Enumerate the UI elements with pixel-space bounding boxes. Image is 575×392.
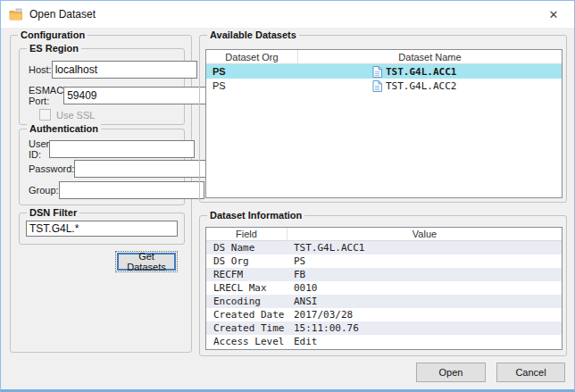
group-label: Group: [29, 185, 59, 196]
info-field-cell: DS Org [206, 255, 287, 267]
document-icon [372, 80, 382, 92]
info-value-cell: FB [287, 269, 562, 280]
authentication-group: Authentication User ID: Password: Group: [19, 129, 185, 205]
cancel-button[interactable]: Cancel [496, 363, 565, 382]
authentication-group-label: Authentication [27, 123, 101, 134]
host-input[interactable] [52, 61, 197, 79]
info-field-cell: Created Date [206, 309, 287, 321]
info-row: EncodingANSI [206, 295, 562, 308]
dataset-name-text: TST.G4L.ACC1 [386, 66, 456, 78]
available-datasets-group: Available Datasets Dataset Org Dataset N… [199, 35, 567, 203]
info-row: RECFMFB [206, 268, 562, 281]
es-region-group-label: ES Region [27, 43, 81, 54]
available-datasets-group-label: Available Datasets [207, 29, 299, 40]
dsn-filter-input[interactable] [26, 221, 178, 237]
dataset-information-table-header: Field Value [206, 228, 562, 241]
info-row: LRECL Max0010 [206, 281, 562, 295]
password-input[interactable] [74, 160, 220, 178]
info-value-cell: PS [287, 255, 562, 267]
info-value-cell: ANSI [287, 296, 562, 307]
dataset-name-cell[interactable]: TST.G4L.ACC2 [297, 80, 562, 92]
available-datasets-list-header[interactable]: Dataset Org Dataset Name [206, 50, 562, 64]
info-row: Created Date2017/03/28 [206, 308, 562, 321]
info-row: Created Time15:11:00.76 [206, 321, 562, 335]
dsn-filter-group: DSN Filter [19, 213, 185, 245]
dataset-information-group-label: Dataset Information [207, 210, 304, 221]
dataset-name-cell[interactable]: TST.G4L.ACC1 [297, 66, 562, 78]
dataset-information-table-body: DS NameTST.G4L.ACC1DS OrgPSRECFMFBLRECL … [206, 241, 562, 348]
dataset-org-cell[interactable]: PS [206, 66, 297, 77]
info-row: Access LevelEdit [206, 335, 562, 348]
open-dataset-dialog: Open Dataset ✕ Configuration ES Region H… [0, 0, 575, 392]
dataset-org-cell[interactable]: PS [206, 80, 297, 91]
available-datasets-list-body: PSTST.G4L.ACC1PSTST.G4L.ACC2 [206, 64, 562, 93]
host-label: Host: [29, 64, 52, 75]
titlebar: Open Dataset ✕ [1, 1, 574, 28]
document-icon [372, 66, 382, 78]
info-field-cell: LRECL Max [206, 282, 287, 294]
info-row: DS OrgPS [206, 254, 562, 268]
user-id-input[interactable] [49, 140, 195, 158]
info-field-cell: DS Name [206, 242, 287, 254]
info-row: DS NameTST.G4L.ACC1 [206, 241, 562, 254]
column-header-dataset-org[interactable]: Dataset Org [206, 50, 297, 63]
use-ssl-label: Use SSL [56, 110, 95, 121]
checkbox-icon [39, 109, 51, 121]
available-datasets-list[interactable]: Dataset Org Dataset Name PSTST.G4L.ACC1P… [205, 49, 562, 198]
info-value-cell: 0010 [287, 282, 562, 294]
window-title: Open Dataset [29, 8, 96, 21]
dataset-name-text: TST.G4L.ACC2 [386, 80, 456, 92]
column-header-value: Value [287, 228, 562, 240]
get-datasets-button[interactable]: Get Datasets [117, 253, 176, 271]
configuration-group-label: Configuration [18, 29, 88, 40]
column-header-dataset-name[interactable]: Dataset Name [297, 50, 562, 63]
dataset-row[interactable]: PSTST.G4L.ACC2 [206, 79, 562, 93]
group-input[interactable] [59, 181, 204, 199]
close-icon[interactable]: ✕ [533, 1, 574, 28]
password-label: Password: [29, 163, 74, 174]
dataset-information-group: Dataset Information Field Value DS NameT… [199, 215, 567, 356]
dataset-folder-icon [9, 7, 23, 21]
dataset-row[interactable]: PSTST.G4L.ACC1 [206, 64, 562, 79]
info-value-cell: 15:11:00.76 [287, 322, 562, 334]
user-id-label: User ID: [29, 138, 49, 160]
column-header-field: Field [206, 228, 287, 240]
configuration-group: Configuration ES Region Host: ESMAC Port… [10, 35, 192, 353]
info-field-cell: Access Level [206, 336, 287, 347]
esmac-port-label: ESMAC Port: [29, 85, 63, 106]
info-value-cell: 2017/03/28 [287, 309, 562, 321]
info-field-cell: Created Time [206, 322, 287, 334]
open-button[interactable]: Open [416, 363, 486, 382]
use-ssl-checkbox[interactable]: Use SSL [39, 109, 95, 121]
info-field-cell: RECFM [206, 269, 287, 280]
esmac-port-input[interactable] [63, 87, 209, 104]
dataset-information-table: Field Value DS NameTST.G4L.ACC1DS OrgPSR… [205, 227, 562, 350]
es-region-group: ES Region Host: ESMAC Port: Use SSL [19, 48, 185, 125]
info-value-cell: TST.G4L.ACC1 [287, 242, 562, 254]
info-value-cell: Edit [287, 336, 562, 347]
dsn-filter-group-label: DSN Filter [27, 207, 79, 218]
info-field-cell: Encoding [206, 296, 287, 307]
